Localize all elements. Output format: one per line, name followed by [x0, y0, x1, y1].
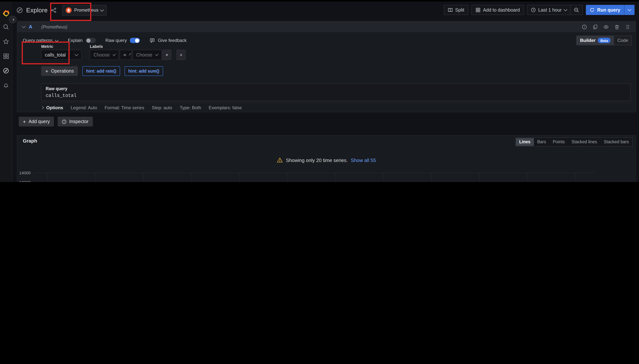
series-limit-warning: Showing only 20 time series. Show all 55: [17, 157, 636, 163]
top-navbar: Explore Prometheus Split Add to dashboar…: [12, 2, 639, 19]
inspector-button[interactable]: Inspector: [58, 117, 92, 126]
chevron-down-icon: [564, 8, 567, 11]
zoom-out-time-button[interactable]: [570, 5, 582, 14]
graph-mode-stacked-bars[interactable]: Stacked bars: [600, 138, 632, 146]
collapse-query-icon[interactable]: [22, 24, 26, 28]
prometheus-icon: [66, 7, 72, 13]
label-operator-select[interactable]: =: [120, 50, 132, 60]
dashboards-icon[interactable]: [3, 53, 9, 59]
query-option: Exemplars: false: [208, 105, 242, 110]
run-query-group: Run query: [586, 5, 634, 15]
hint-add-rate-button[interactable]: hint: add rate(): [82, 66, 120, 76]
run-query-dropdown[interactable]: [624, 5, 634, 15]
starred-icon[interactable]: [3, 38, 9, 44]
add-query-button[interactable]: + Add query: [19, 117, 54, 126]
run-query-button[interactable]: Run query: [586, 5, 624, 15]
explain-label: Explain: [68, 38, 83, 43]
query-editor-card: A (Prometheus) ? Query patterns Explain …: [17, 21, 636, 112]
tab-builder[interactable]: Builder Beta: [577, 36, 614, 45]
chart-svg[interactable]: 0200040006000800010000120001400023:2523:…: [17, 168, 636, 182]
editor-mode-switch: Builder Beta Code: [576, 36, 632, 45]
query-row-header[interactable]: A (Prometheus) ?: [17, 21, 636, 32]
graph-mode-points[interactable]: Points: [550, 138, 568, 146]
plus-icon: +: [45, 68, 48, 74]
labels-label: Labels: [90, 44, 186, 49]
query-patterns-dropdown[interactable]: Query patterns: [23, 38, 58, 43]
refresh-icon: [590, 8, 594, 12]
page-title: Explore: [26, 6, 48, 14]
add-to-dashboard-button[interactable]: Add to dashboard: [472, 5, 524, 15]
raw-query-expression: calls_total: [46, 93, 626, 98]
duplicate-query-icon[interactable]: [592, 24, 598, 29]
tab-code[interactable]: Code: [614, 36, 632, 45]
query-options-row: Options Legend: AutoFormat: Time seriesS…: [41, 102, 630, 112]
plus-icon: +: [23, 118, 26, 124]
y-axis-tick: 14000: [19, 170, 31, 175]
remove-label-filter-button[interactable]: ×: [162, 50, 171, 60]
graph-mode-lines[interactable]: Lines: [516, 138, 534, 146]
time-series-chart[interactable]: 0200040006000800010000120001400023:2523:…: [17, 168, 636, 182]
explore-compass-icon[interactable]: [3, 68, 9, 74]
grafana-explore-page: ? Explore Prometheus Split Add to dashbo…: [0, 0, 639, 182]
info-circle-icon: [62, 119, 66, 124]
chevron-down-icon: [100, 8, 104, 12]
disable-query-eye-icon[interactable]: [604, 24, 609, 29]
graph-mode-bars[interactable]: Bars: [534, 138, 550, 146]
split-button[interactable]: Split: [444, 5, 468, 15]
hint-add-sum-button[interactable]: hint: add sum(): [124, 66, 163, 76]
graph-mode-stacked-lines[interactable]: Stacked lines: [568, 138, 600, 146]
datasource-picker[interactable]: Prometheus: [62, 5, 106, 16]
remove-query-trash-icon[interactable]: [614, 24, 620, 29]
time-range-picker[interactable]: Last 1 hour: [527, 5, 570, 14]
search-icon[interactable]: [3, 24, 9, 30]
metric-label: Metric: [41, 44, 82, 49]
clock-icon: [531, 8, 536, 12]
datasource-name: Prometheus: [74, 8, 98, 13]
beta-badge: Beta: [598, 38, 610, 43]
add-operation-button[interactable]: + Operations: [41, 66, 78, 76]
graph-style-switcher: LinesBarsPointsStacked linesStacked bars: [516, 137, 633, 147]
query-datasource-hint: (Prometheus): [41, 24, 67, 29]
raw-query-label: Raw query: [105, 38, 127, 43]
drag-handle-icon[interactable]: [625, 24, 630, 29]
warning-triangle-icon: [277, 157, 283, 163]
explain-toggle[interactable]: [86, 38, 96, 43]
query-option: Step: auto: [152, 105, 172, 110]
split-icon: [448, 8, 452, 12]
time-range-group: Last 1 hour: [527, 5, 583, 15]
comment-icon: [150, 38, 155, 43]
search-minus-icon: [574, 7, 579, 12]
svg-text:?: ?: [584, 25, 585, 28]
options-collapse[interactable]: Options: [41, 105, 63, 110]
add-label-filter-button[interactable]: +: [176, 50, 186, 60]
grafana-logo-icon[interactable]: [2, 10, 10, 18]
top-strip: [0, 0, 639, 2]
y-axis-tick: 12000: [19, 180, 31, 182]
alerting-bell-icon[interactable]: [3, 82, 9, 88]
raw-query-preview: Raw query calls_total: [41, 84, 631, 101]
metric-select[interactable]: calls_total: [41, 50, 82, 60]
sidebar-expand-button[interactable]: [9, 16, 16, 23]
query-ref-id: A: [29, 24, 32, 30]
query-option: Type: Both: [180, 105, 201, 110]
graph-panel: Graph LinesBarsPointsStacked linesStacke…: [17, 135, 636, 182]
query-option: Legend: Auto: [71, 105, 97, 110]
label-key-select[interactable]: Choose: [90, 50, 119, 60]
chevron-right-icon: [41, 106, 44, 109]
give-feedback-link[interactable]: Give feedback: [150, 38, 186, 43]
chevron-down-icon: [55, 38, 59, 42]
raw-query-toggle[interactable]: [130, 38, 140, 43]
sidebar: ?: [0, 2, 12, 182]
query-help-icon[interactable]: ?: [582, 24, 587, 29]
explore-compass-icon: [16, 7, 23, 13]
show-all-series-link[interactable]: Show all 55: [351, 157, 376, 163]
raw-query-title: Raw query: [46, 86, 626, 91]
dashboard-grid-icon: [476, 8, 480, 12]
label-value-select[interactable]: Choose: [132, 50, 162, 60]
query-option: Format: Time series: [104, 105, 144, 110]
share-icon[interactable]: [51, 7, 57, 13]
graph-panel-title: Graph: [23, 138, 37, 144]
